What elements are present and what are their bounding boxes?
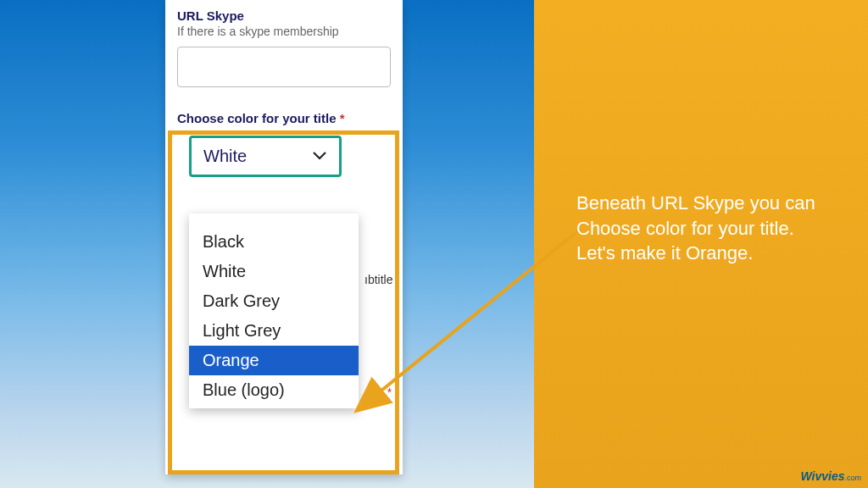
- choose-color-text: Choose color for your title: [177, 111, 337, 125]
- instruction-text: Beneath URL Skype you can Choose color f…: [576, 191, 831, 266]
- choose-color-label: Choose color for your title *: [177, 111, 391, 125]
- text-fragment: xt *: [375, 385, 392, 399]
- color-option-black[interactable]: Black: [189, 227, 359, 257]
- url-skype-description: If there is a skype membership: [177, 25, 391, 38]
- required-asterisk: *: [340, 111, 345, 125]
- subtitle-fragment: ıbtitle: [364, 273, 392, 286]
- logo-text: Wivvies: [800, 469, 844, 483]
- color-option-light-grey[interactable]: Light Grey: [189, 316, 359, 346]
- color-option-dark-grey[interactable]: Dark Grey: [189, 286, 359, 316]
- form-panel: URL Skype If there is a skype membership…: [165, 0, 403, 474]
- logo: Wivvies.com: [800, 469, 861, 483]
- url-skype-label: URL Skype: [177, 8, 391, 23]
- logo-suffix: .com: [844, 474, 861, 482]
- color-option-blue-logo-[interactable]: Blue (logo): [189, 375, 359, 405]
- chevron-down-icon: [312, 149, 327, 164]
- color-dropdown: BlackWhiteDark GreyLight GreyOrangeBlue …: [189, 214, 359, 408]
- color-select[interactable]: White: [189, 136, 342, 177]
- url-skype-input[interactable]: [177, 47, 391, 87]
- color-option-orange[interactable]: Orange: [189, 346, 359, 375]
- color-option-white[interactable]: White: [189, 257, 359, 286]
- color-select-value: White: [203, 147, 247, 166]
